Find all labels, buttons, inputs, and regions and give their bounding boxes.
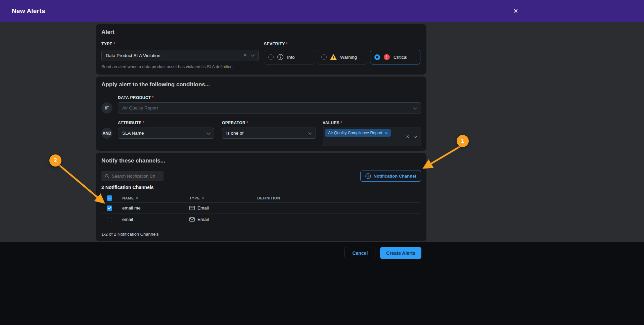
channels-table: NAME ⇅ TYPE ⇅ DEFINITION email me	[101, 194, 421, 225]
attribute-value: SLA Name	[122, 131, 202, 136]
value-chip: Air Quality Compliance Report ✕	[325, 129, 391, 137]
severity-option-label: Info	[287, 55, 295, 60]
severity-option-warning[interactable]: Warning	[317, 50, 367, 64]
values-chip-area: Air Quality Compliance Report ✕	[323, 127, 402, 146]
alert-type-value: Data Product SLA Violation	[106, 53, 239, 58]
alert-section-title: Alert	[101, 29, 114, 36]
operator-value: is one of	[226, 131, 304, 136]
warning-icon	[330, 54, 337, 60]
value-chip-label: Air Quality Compliance Report	[328, 131, 382, 135]
annotation-arrow-1	[425, 147, 460, 167]
required-asterisk: *	[286, 42, 288, 46]
notify-section-title: Notify these channels...	[101, 157, 165, 164]
modal-footer: Cancel Create Alerts	[0, 242, 644, 325]
if-badge: IF	[101, 102, 112, 113]
row-checkbox[interactable]	[107, 205, 112, 211]
chip-remove-icon[interactable]: ✕	[385, 131, 387, 135]
and-badge: AND	[101, 128, 112, 139]
data-product-select[interactable]: Air Quality Report	[118, 102, 421, 113]
severity-options: Info Warning Critical	[264, 50, 420, 64]
indeterminate-icon	[108, 198, 111, 198]
radio-icon	[321, 54, 327, 60]
table-row[interactable]: email me Email	[101, 202, 421, 214]
chevron-down-icon[interactable]	[413, 105, 417, 109]
email-icon	[189, 206, 195, 210]
severity-option-info[interactable]: Info	[264, 50, 314, 64]
chevron-down-icon[interactable]	[206, 131, 210, 134]
data-product-placeholder: Air Quality Report	[122, 105, 409, 110]
annotation-step-1: 1	[457, 135, 469, 147]
channel-name: email	[122, 217, 189, 222]
column-header-name[interactable]: NAME ⇅	[122, 196, 189, 200]
sort-icon: ⇅	[136, 196, 139, 200]
chevron-down-icon[interactable]	[251, 53, 255, 56]
channel-type: Email	[197, 217, 209, 222]
chevron-down-icon[interactable]	[308, 131, 312, 134]
channel-type: Email	[197, 205, 209, 211]
annotation-step-2: 2	[49, 154, 61, 167]
sort-icon: ⇅	[201, 196, 204, 200]
clear-icon[interactable]: ✕	[406, 134, 409, 139]
attribute-select[interactable]: SLA Name	[118, 128, 214, 139]
create-alerts-button[interactable]: Create Alerts	[380, 247, 421, 259]
operator-select[interactable]: is one of	[222, 128, 316, 139]
close-button[interactable]: ✕	[510, 5, 522, 17]
select-all-checkbox[interactable]	[107, 195, 112, 201]
email-icon	[189, 217, 195, 222]
radio-icon	[374, 54, 380, 60]
type-help-text: Send an alert when a data product asset …	[101, 64, 234, 69]
alert-section: Alert TYPE* Data Product SLA Violation ✕…	[96, 24, 426, 75]
search-box	[101, 171, 164, 181]
channel-count: 2 Notification Channels	[101, 185, 154, 190]
modal-header: New Alerts ✕	[0, 0, 644, 22]
type-label: TYPE*	[101, 42, 115, 46]
footer-buttons: Cancel Create Alerts	[344, 247, 421, 259]
modal-title: New Alerts	[12, 7, 45, 15]
required-asterisk: *	[246, 121, 248, 125]
column-header-type[interactable]: TYPE ⇅	[189, 196, 257, 200]
column-header-definition: DEFINITION	[257, 196, 421, 200]
required-asterisk: *	[340, 121, 342, 125]
severity-option-label: Critical	[394, 55, 407, 60]
severity-label: SEVERITY*	[264, 42, 288, 46]
required-asterisk: *	[143, 121, 144, 125]
values-label: VALUES*	[323, 121, 342, 125]
plus-circle-icon	[365, 173, 371, 179]
header-divider	[506, 3, 506, 19]
table-row[interactable]: email Email	[101, 214, 421, 225]
search-input[interactable]	[112, 174, 160, 179]
values-multiselect[interactable]: Air Quality Compliance Report ✕ ✕	[323, 127, 421, 146]
table-header-row: NAME ⇅ TYPE ⇅ DEFINITION	[101, 194, 421, 202]
check-icon	[108, 206, 111, 210]
clear-icon[interactable]: ✕	[243, 53, 247, 58]
search-icon	[105, 174, 109, 179]
attribute-label: ATTRIBUTE*	[118, 121, 144, 125]
severity-option-critical[interactable]: Critical	[370, 50, 420, 64]
severity-option-label: Warning	[340, 55, 357, 60]
data-product-label: DATA PRODUCT*	[118, 95, 154, 100]
notify-section: Notify these channels... Notification Ch…	[96, 153, 426, 241]
operator-label: OPERATOR*	[222, 121, 248, 125]
info-icon	[277, 54, 284, 60]
values-controls: ✕	[402, 127, 421, 146]
alert-type-select[interactable]: Data Product SLA Violation ✕	[101, 50, 259, 61]
add-notification-channel-label: Notification Channel	[374, 174, 416, 179]
chevron-down-icon[interactable]	[413, 134, 417, 138]
conditions-section: Apply alert to the following conditions.…	[96, 77, 426, 151]
pagination-text: 1-2 of 2 Notification Channels	[101, 232, 159, 237]
cancel-button[interactable]: Cancel	[344, 247, 375, 259]
radio-icon	[268, 54, 274, 60]
add-notification-channel-button[interactable]: Notification Channel	[360, 171, 421, 182]
channel-name: email me	[122, 205, 189, 211]
required-asterisk: *	[152, 95, 154, 100]
row-checkbox[interactable]	[107, 217, 112, 222]
critical-icon	[383, 54, 390, 60]
close-icon: ✕	[513, 7, 518, 15]
required-asterisk: *	[113, 42, 115, 46]
conditions-section-title: Apply alert to the following conditions.…	[101, 81, 210, 88]
